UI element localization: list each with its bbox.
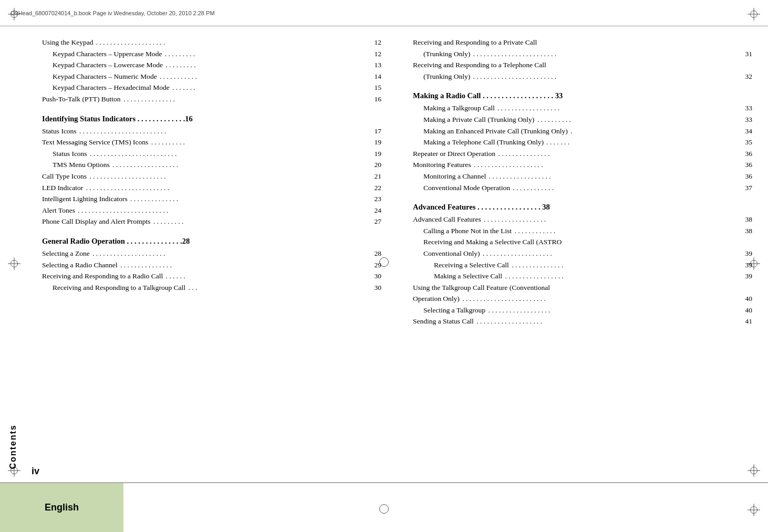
content-area: Using the Keypad . . . . . . . . . . . .…	[26, 26, 768, 532]
toc-entry-alert-tones: Alert Tones . . . . . . . . . . . . . . …	[42, 205, 381, 216]
toc-entry-call-type: Call Type Icons . . . . . . . . . . . . …	[42, 171, 381, 182]
section-general-radio: General Radio Operation . . . . . . . . …	[42, 237, 381, 246]
bottom-bar: English	[0, 482, 768, 532]
section-making-radio: Making a Radio Call . . . . . . . . . . …	[413, 91, 752, 100]
toc-entry-status-call: Sending a Status Call . . . . . . . . . …	[413, 316, 752, 327]
toc-entry-talkgroup-feature: Operation Only) . . . . . . . . . . . . …	[413, 293, 752, 305]
toc-entry-status-icons2: Status Icons . . . . . . . . . . . . . .…	[42, 148, 381, 160]
toc-entry-selective-call-label: Receiving and Making a Selective Call (A…	[413, 236, 752, 248]
toc-entry-making-selective: Making a Selective Call . . . . . . . . …	[413, 270, 752, 282]
toc-entry-advanced-call: Advanced Call Features . . . . . . . . .…	[413, 214, 752, 225]
toc-entry-monitoring: Monitoring Features . . . . . . . . . . …	[413, 159, 752, 171]
toc-entry-talkgroup-feature-label: Using the Talkgroup Call Feature (Conven…	[413, 282, 752, 294]
toc-entry-numeric: Keypad Characters – Numeric Mode . . . .…	[42, 71, 381, 82]
toc-entry-using-keypad: Using the Keypad . . . . . . . . . . . .…	[42, 37, 381, 48]
toc-entry-private-call: Making a Private Call (Trunking Only) . …	[413, 114, 752, 126]
toc-entry-telephone-call: Making a Telephone Call (Trunking Only) …	[413, 137, 752, 148]
toc-entry-phone-display: Phone Call Display and Alert Prompts . .…	[42, 216, 381, 227]
toc-entry-lighting: Intelligent Lighting Indicators . . . . …	[42, 193, 381, 205]
main-content: Contents Using the Keypad . . . . . . . …	[0, 26, 768, 532]
page-number: iv	[32, 466, 39, 477]
toc-entry-lowercase: Keypad Characters – Lowercase Mode . . .…	[42, 59, 381, 71]
toc-entry-channel: Selecting a Radio Channel . . . . . . . …	[42, 259, 381, 271]
toc-entry-receiving-telephone-label: Receiving and Responding to a Telephone …	[413, 59, 752, 71]
toc-entry-repeater: Repeater or Direct Operation . . . . . .…	[413, 148, 752, 160]
toc-entry-status-icons: Status Icons . . . . . . . . . . . . . .…	[42, 126, 381, 137]
toc-entry-conventional-mode: Conventional Mode Operation . . . . . . …	[413, 182, 752, 194]
toc-entry-receiving-telephone-trunking: (Trunking Only) . . . . . . . . . . . . …	[413, 71, 752, 82]
header-text: O9Head_68007024014_b.book Page iv Wednes…	[11, 10, 215, 16]
toc-entry-selective-call-conv: Conventional Only) . . . . . . . . . . .…	[413, 248, 752, 259]
toc-entry-zone: Selecting a Zone . . . . . . . . . . . .…	[42, 248, 381, 259]
sidebar-label: Contents	[8, 424, 18, 469]
toc-entry-tms-menu: TMS Menu Options . . . . . . . . . . . .…	[42, 159, 381, 171]
section-advanced: Advanced Features . . . . . . . . . . . …	[413, 203, 752, 212]
toc-entry-receiving-selective: Receiving a Selective Call . . . . . . .…	[413, 259, 752, 271]
toc-entry-uppercase: Keypad Characters – Uppercase Mode . . .…	[42, 48, 381, 60]
toc-entry-tms-icons: Text Messaging Service (TMS) Icons . . .…	[42, 137, 381, 148]
toc-entry-talkgroup-call: Making a Talkgroup Call . . . . . . . . …	[413, 102, 752, 114]
toc-entry-receiving-talkgroup: Receiving and Responding to a Talkgroup …	[42, 282, 381, 294]
toc-entry-selecting-talkgroup: Selecting a Talkgroup . . . . . . . . . …	[413, 305, 752, 316]
left-column: Using the Keypad . . . . . . . . . . . .…	[42, 37, 397, 521]
header-bar: O9Head_68007024014_b.book Page iv Wednes…	[0, 0, 768, 26]
right-column: Receiving and Responding to a Private Ca…	[408, 37, 752, 521]
toc-entry-receiving-private-trunking: (Trunking Only) . . . . . . . . . . . . …	[413, 48, 752, 60]
toc-entry-receiving-private-label: Receiving and Responding to a Private Ca…	[413, 37, 752, 48]
english-label: English	[45, 502, 79, 513]
sidebar: Contents	[0, 26, 26, 532]
toc-entry-enhanced-private-call: Making an Enhanced Private Call (Trunkin…	[413, 126, 752, 137]
toc-entry-receiving-radio: Receiving and Responding to a Radio Call…	[42, 270, 381, 282]
toc-entry-calling-phone: Calling a Phone Not in the List . . . . …	[413, 225, 752, 237]
toc-entry-monitoring-channel: Monitoring a Channel . . . . . . . . . .…	[413, 171, 752, 182]
toc-entry-led: LED Indicator . . . . . . . . . . . . . …	[42, 182, 381, 194]
english-tab[interactable]: English	[0, 483, 123, 532]
toc-entry-ptt: Push-To-Talk (PTT) Button . . . . . . . …	[42, 93, 381, 105]
toc-entry-hexadecimal: Keypad Characters – Hexadecimal Mode . .…	[42, 82, 381, 93]
section-identifying: Identifying Status Indicators . . . . . …	[42, 114, 381, 123]
